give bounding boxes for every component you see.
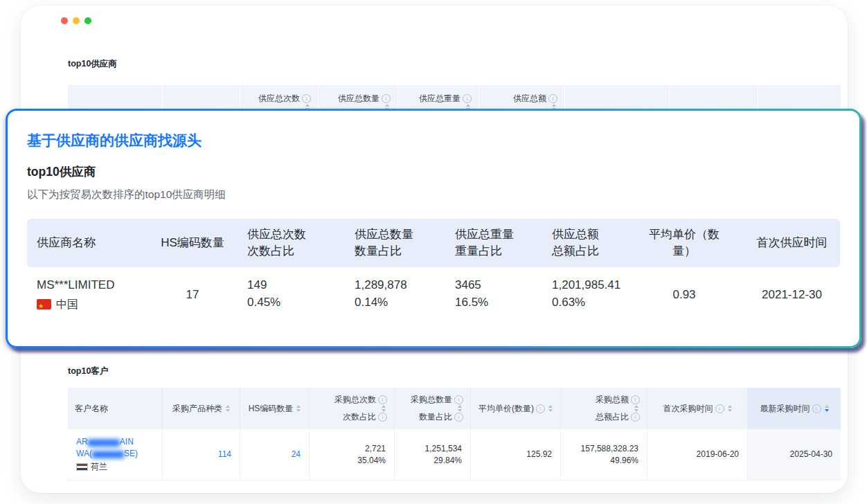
hs-code-count-cell: 17 [148,276,238,313]
customers-table-header: 客户名称 采购产品种类 HS编码数量 采购总次数 次数占比 采购总数量 数量占比 [68,388,841,429]
minimize-button[interactable] [73,17,80,24]
china-flag-icon [37,299,51,309]
sort-arrows-icon[interactable] [226,405,230,412]
redacted-text: ▆▆▆▆▆ [88,437,120,447]
avg-price-cell: 125.92 [471,429,561,480]
redacted-text: ▆▆▆▆▆ [92,449,124,458]
column-header-first-purchase-date[interactable]: 首次采购时间 [647,388,748,429]
column-header-avg-price-qty: 平均单价（数量） [629,219,740,267]
overlay-subtitle: top10供应商 [27,164,840,179]
avg-price-cell: 0.93 [629,276,740,313]
first-supply-date-cell: 2021-12-30 [740,276,844,313]
sort-arrows-icon-descending[interactable] [825,405,829,412]
supplier-country: 中国 [56,296,78,313]
info-icon[interactable] [454,413,463,422]
sort-arrows-icon[interactable] [548,405,553,412]
customers-section-title: top10客户 [68,366,108,377]
column-header-avg-price-qty[interactable]: 平均单价(数量) [471,388,561,429]
column-header-total-supply-amount: 供应总额总额占比 [542,219,629,267]
column-header-customer-name: 客户名称 [68,388,163,429]
page-background: top10供应商 供应商名称 HS编码数量 供应总次数 次数占比 供应总数量 数… [0,0,867,504]
overlay-supplier-row: MS***LIMITED 中国 17 1490.45% 1,289,8780.1… [27,276,840,313]
total-qty-cell: 1,251,53429.84% [395,429,471,480]
total-amount-cell: 157,588,328.2349.96% [561,429,647,480]
hs-code-count-cell[interactable]: 24 [240,429,310,480]
info-icon[interactable] [548,94,557,103]
customer-country: 荷兰 [91,461,107,473]
customer-row: AR▆▆▆▆▆AIN WA(▆▆▆▆▆SE) 荷兰 114 24 2,72135… [68,429,841,480]
zoom-button[interactable] [84,17,91,24]
column-header-total-purchase-qty[interactable]: 采购总数量 数量占比 [395,388,471,429]
overlay-table-header: 供应商名称 HS编码数量 供应总次数次数占比 供应总数量数量占比 供应总重量重量… [27,219,840,267]
overlay-description: 以下为按贸易次数排序的top10供应商明细 [27,187,840,201]
customers-table: 客户名称 采购产品种类 HS编码数量 采购总次数 次数占比 采购总数量 数量占比 [68,388,841,480]
info-icon[interactable] [382,94,391,103]
sort-arrows-icon[interactable] [296,405,301,412]
first-purchase-date-cell: 2019-06-20 [647,429,748,480]
overlay-content: 基于供应商的供应商找源头 top10供应商 以下为按贸易次数排序的top10供应… [8,111,859,346]
info-icon[interactable] [378,413,387,422]
info-icon[interactable] [463,94,472,103]
info-icon[interactable] [631,413,640,422]
column-header-total-purchase-amount[interactable]: 采购总额 总额占比 [561,388,647,429]
column-header-latest-purchase-date[interactable]: 最新采购时间 [748,388,841,429]
column-header-hs-code-count[interactable]: HS编码数量 [240,388,310,429]
total-qty-cell: 1,289,8780.14% [345,276,445,313]
total-times-cell: 2,72135.04% [310,429,395,480]
info-icon[interactable] [302,94,311,103]
column-header-total-supply-qty: 供应总数量数量占比 [345,219,445,267]
sort-arrows-icon[interactable] [728,405,732,412]
column-header-first-supply-date: 首次供应时间 [740,219,844,267]
customer-name-cell[interactable]: AR▆▆▆▆▆AIN WA(▆▆▆▆▆SE) 荷兰 [68,429,163,480]
latest-purchase-date-cell: 2025-04-30 [748,429,841,480]
info-icon[interactable] [631,395,640,404]
info-icon[interactable] [454,395,463,404]
window-controls [61,17,91,24]
overlay-title: 基于供应商的供应商找源头 [27,132,840,150]
column-header-product-types[interactable]: 采购产品种类 [163,388,240,429]
sort-arrows-icon[interactable] [458,405,462,412]
info-icon[interactable] [536,404,545,413]
column-header-hs-code-count: HS编码数量 [148,219,238,267]
suppliers-section-title: top10供应商 [68,58,117,70]
netherlands-flag-icon [76,463,88,471]
info-icon[interactable] [378,395,387,404]
close-button[interactable] [61,17,68,24]
product-types-cell[interactable]: 114 [163,429,240,480]
column-header-supplier-name: 供应商名称 [27,219,148,267]
info-icon[interactable] [715,404,724,413]
column-header-total-purchase-times[interactable]: 采购总次数 次数占比 [310,388,395,429]
supplier-name-cell: MS***LIMITED 中国 [27,276,148,313]
total-amount-cell: 1,201,985.410.63% [542,276,629,313]
total-weight-cell: 346516.5% [445,276,542,313]
column-header-total-supply-weight: 供应总重量重量占比 [445,219,542,267]
info-icon[interactable] [812,404,821,413]
sort-arrows-icon[interactable] [382,405,386,412]
total-times-cell: 1490.45% [238,276,345,313]
supplier-source-overlay-panel: 基于供应商的供应商找源头 top10供应商 以下为按贸易次数排序的top10供应… [6,109,861,348]
sort-arrows-icon[interactable] [634,405,638,412]
column-header-total-supply-times: 供应总次数次数占比 [238,219,345,267]
